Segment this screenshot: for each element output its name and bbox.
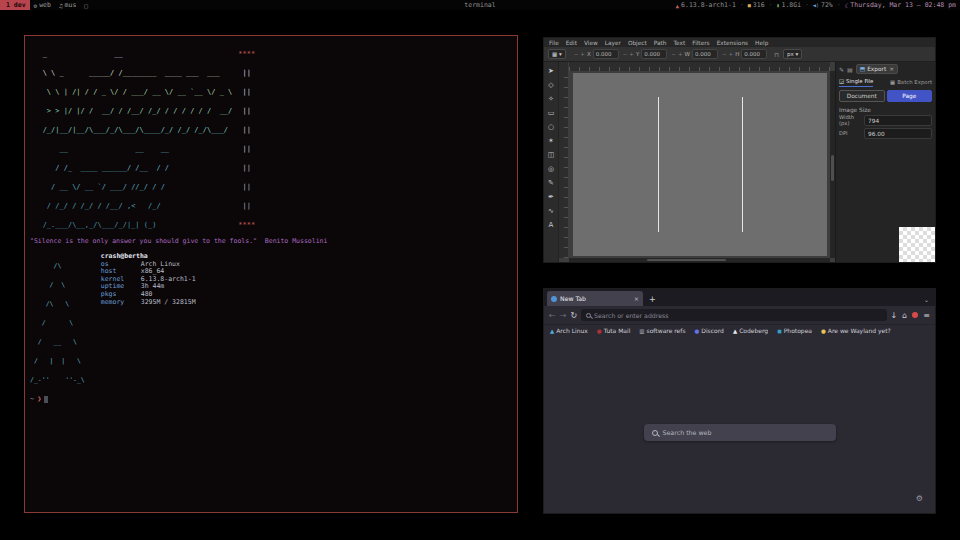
menu-item[interactable]: Help [755,40,768,46]
tool-icon[interactable]: ▭ [545,106,558,119]
volume-module[interactable]: ◀) 72% [813,1,833,9]
lock-ratio-icon[interactable]: ⊓ [774,51,779,58]
tool-icon[interactable]: ◎ [545,162,558,175]
scrollbar-thumb[interactable] [647,259,725,261]
tool-icon[interactable]: ✎ [545,176,558,189]
dialog-icon[interactable]: ▤ [847,66,853,73]
drawn-vertical-line[interactable] [658,97,659,232]
workspace-item[interactable]: ♫ mus [55,0,80,10]
menu-item[interactable]: Path [654,40,667,46]
image-size-section-label: Image Size [836,105,935,114]
selection-mode-dropdown[interactable]: ▦ ▾ [548,49,566,59]
bookmarks-bar: ▲ Arch Linux ● Tuta Mail ▥ software refs… [544,324,935,336]
minus-button[interactable]: − [623,51,628,57]
tool-icon[interactable]: ✶ [545,134,558,147]
minus-button[interactable]: − [574,51,579,57]
export-dialog-tab[interactable]: ⬒ Export × [856,64,898,74]
tool-icon[interactable]: ✧ [545,92,558,105]
fetch-label: memory [101,299,141,307]
forward-button[interactable]: → [560,311,567,320]
coord-value-input[interactable]: 0.000 [641,49,667,59]
workspace-item[interactable]: 1 dev [0,0,30,10]
bookmark-item[interactable]: ◼ Photopea [777,327,812,334]
menu-item[interactable]: Layer [605,40,621,46]
dialog-icon[interactable]: ✎ [839,66,844,73]
menu-item[interactable]: Filters [692,40,709,46]
memory-text: 1.8Gi [782,1,802,9]
menu-item[interactable]: File [549,40,559,46]
tab-close-icon[interactable]: × [634,295,639,302]
spin-control[interactable]: − + W 0.000 [671,49,718,59]
drawn-vertical-line[interactable] [742,97,743,232]
personalize-gear-icon[interactable]: ⚙ [916,494,923,503]
home-button[interactable]: ⌂ [902,311,907,320]
bookmark-item[interactable]: ● Discord [695,327,724,334]
shell-prompt[interactable]: ~ ❯ [30,395,512,403]
coord-value-input[interactable]: 0.000 [741,49,767,59]
menu-item[interactable]: View [584,40,598,46]
bookmark-item[interactable]: ● Are we Wayland yet? [821,327,891,334]
tool-icon[interactable]: ✒ [545,190,558,203]
tool-icon[interactable]: ◇ [545,78,558,91]
field-input[interactable]: 794 [864,115,932,126]
workspace-item[interactable]: □ [80,0,94,10]
scope-button[interactable]: Document [839,90,885,102]
tool-icon[interactable]: A [545,218,558,231]
tool-icon[interactable]: ∿ [545,204,558,217]
spin-control[interactable]: − + X 0.000 [574,49,619,59]
packages-module: ■ 316 [748,1,765,9]
ascii-art-line: / /_/ / /_/ / /__/ ,< /_/ [30,202,232,210]
menu-item[interactable]: Text [674,40,686,46]
horizontal-scrollbar[interactable] [569,258,830,262]
menu-item[interactable]: Object [628,40,647,46]
plus-button[interactable]: + [678,51,683,57]
plus-button[interactable]: + [629,51,634,57]
vertical-ruler [559,71,568,258]
recording-indicator[interactable] [912,312,918,318]
coord-value-input[interactable]: 0.000 [692,49,718,59]
menu-item[interactable]: Edit [566,40,577,46]
new-tab-button[interactable]: + [649,295,656,306]
minus-button[interactable]: − [671,51,676,57]
menu-item[interactable]: Extensions [717,40,748,46]
moon-icon: ☾ [845,2,849,9]
downloads-button[interactable]: ↓ [891,311,898,320]
ascii-art-line: / __ \/ __ `/ ___/ //_/ / / [30,183,232,191]
scrollbar-thumb[interactable] [831,155,834,181]
bookmark-item[interactable]: ▲ Arch Linux [550,327,588,334]
export-icon: ⬒ [860,66,865,72]
export-mode-tab[interactable]: ▦ Batch Export [890,78,932,87]
plus-button[interactable]: + [729,51,734,57]
plus-button[interactable]: + [580,51,585,57]
unit-dropdown[interactable]: px ▾ [783,49,802,59]
tool-icon[interactable]: ◫ [545,148,558,161]
export-mode-tab[interactable]: ◲ Single File [839,78,873,87]
close-icon[interactable]: × [889,66,894,72]
canvas-area[interactable] [559,62,835,262]
scope-button[interactable]: Page [887,90,933,102]
minus-button[interactable]: − [722,51,727,57]
back-button[interactable]: ← [549,311,556,320]
menu-button[interactable]: ≡ [923,311,930,320]
field-input[interactable]: 96.00 [864,128,932,139]
bookmark-item[interactable]: ● Tuta Mail [597,327,631,334]
workspace-item[interactable]: ⚙ web [30,0,55,10]
coord-value-input[interactable]: 0.000 [593,49,619,59]
document-page[interactable] [573,73,827,256]
spin-control[interactable]: − + H 0.000 [722,49,767,59]
tool-icon[interactable]: ○ [545,120,558,133]
spin-control[interactable]: − + Y 0.000 [623,49,668,59]
bookmark-item[interactable]: ▲ Codeberg [733,327,768,334]
tool-icon[interactable]: ➤ [545,64,558,77]
terminal-window[interactable]: _ __ \ \ _ _____/ /________ ____ ___ ___… [24,35,518,513]
active-tab[interactable]: New Tab × [547,291,643,306]
logo-line: / \ [30,281,65,289]
url-bar[interactable]: Search or enter address [581,309,886,321]
ascii-art-line: || [238,88,255,96]
bookmark-item[interactable]: ▥ software refs [639,327,685,334]
web-search-input[interactable]: Search the web [644,424,836,441]
reload-button[interactable]: ↻ [570,311,577,320]
bookmark-label: Tuta Mail [604,327,631,334]
field-label: DPI [839,131,861,137]
list-all-tabs-button[interactable]: ⌄ [924,296,932,306]
